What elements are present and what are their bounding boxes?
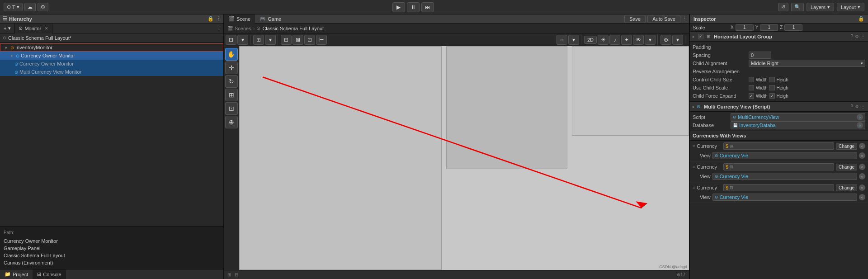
layout-dropdown[interactable]: Layout ▾ [837,3,864,11]
collab-btn[interactable]: ⚙ [38,3,48,11]
view-circle-1[interactable]: ○ [859,152,865,159]
hierarchy-item-inventory-monitor[interactable]: ▸ ⊙ InventoryMonitor [0,43,223,52]
pause-button[interactable]: ⏸ [407,2,420,12]
view-field-2[interactable]: ⊙ Currency Vie [712,173,857,180]
render-dropdown-btn[interactable]: ▾ [645,35,656,45]
transform-tool[interactable]: ⊕ [225,116,238,128]
use-height-cb[interactable] [769,85,775,90]
auto-save-button[interactable]: Auto Save [647,15,680,23]
currency-circle-1[interactable]: ○ [859,143,865,149]
scene-save-btn[interactable]: Save [624,15,646,23]
monitor-tab[interactable]: ⊙ Monitor ✕ [15,24,52,33]
control-height-cb[interactable] [769,77,775,82]
hand-tool[interactable]: ✋ [225,48,238,61]
scale-tool[interactable]: ⊞ [225,89,238,101]
hlg-more-icon[interactable]: ⋮ [861,34,865,39]
move-tool[interactable]: ✛ [225,61,238,74]
search-btn[interactable]: 🔍 [791,3,804,11]
select-dropdown-btn[interactable]: ▾ [237,35,248,45]
hidden-btn[interactable]: 👁 [633,35,644,45]
cloud-btn[interactable]: ☁ [24,3,36,11]
audio-btn[interactable]: ♪ [609,35,620,45]
layers-dropdown[interactable]: Layers ▾ [807,3,834,11]
script-settings-icon[interactable]: ⚙ [855,104,859,109]
change-btn-3[interactable]: Change [836,184,857,191]
drag-handle-2[interactable]: ≡ [693,165,695,169]
scene-tab[interactable]: 🎬 Scene [224,14,255,24]
currency-field-3[interactable]: $ ⊟ [723,184,834,191]
game-tab[interactable]: 🎮 Game [255,14,286,24]
currency-circle-3[interactable]: ○ [859,184,865,191]
save-button[interactable]: Save [624,15,646,23]
hierarchy-lock-icon[interactable]: 🔒 [208,16,214,22]
rect-tool[interactable]: ⊡ [225,102,238,115]
drag-handle-3[interactable]: ≡ [693,185,695,190]
expand-arrow: ▸ [4,45,9,50]
grid-btn[interactable]: ⊟ [281,35,292,45]
2d-button[interactable]: 2D [584,36,597,44]
currency-field-2[interactable]: $ ⊞ [723,163,834,170]
currency-field-1[interactable]: $ ⊞ [723,142,834,150]
view-dropdown-btn[interactable]: ▾ [568,35,579,45]
scale-z-input[interactable] [784,24,802,31]
step-button[interactable]: ⏭ [421,2,434,12]
hierarchy-more-btn[interactable]: ⋮ [217,25,222,31]
script-more-icon[interactable]: ⋮ [861,104,865,109]
project-tab[interactable]: 📁 Project [0,270,33,279]
grid4-btn[interactable]: ⊢ [316,35,327,45]
bottom-bar-icon2[interactable]: ⊟ [235,272,238,277]
overlay-dropdown-btn[interactable]: ▾ [672,35,683,45]
orbit-btn[interactable]: ○ [557,35,567,45]
scale-x-input[interactable] [736,24,754,31]
change-btn-1[interactable]: Change [836,143,857,150]
scene-viewport[interactable]: CSDN @adcgd [239,46,689,270]
inspector-lock-icon[interactable]: 🔒 [858,16,864,22]
bottom-bar-icon1[interactable]: ⊞ [227,272,231,277]
console-tab[interactable]: ⊞ Console [33,270,66,279]
undo-btn[interactable]: ↺ [778,3,788,11]
select-tool-btn[interactable]: ⊡ [226,35,236,45]
child-alignment-dropdown[interactable]: Middle Right ▾ [749,60,865,67]
overlay-btn[interactable]: ⊕ [660,35,671,45]
db-select-btn[interactable]: ○ [857,122,863,128]
spacing-input[interactable] [749,52,771,59]
control-width-cb[interactable] [749,77,754,82]
script-row: Script ⊙ MultiCurrencyView ○ [693,113,865,121]
hierarchy-item-multi-currency-view[interactable]: ⊙ Multi Currency View Monitor [0,68,223,76]
monitor-close-icon[interactable]: ✕ [45,26,48,31]
grid2-btn[interactable]: ⊠ [292,35,303,45]
currency-circle-2[interactable]: ○ [859,164,865,170]
hlg-checkbox[interactable] [698,34,703,39]
effects-btn[interactable]: ✦ [621,35,632,45]
script-component-header[interactable]: ▸ ⊙ Multi Currency View (Script) ? ⚙ ⋮ [690,102,868,112]
horizontal-layout-header[interactable]: ▸ ⊞ Horizontal Layout Group ? ⚙ ⋮ [690,32,868,42]
view-field-3[interactable]: ⊙ Currency Vie [712,194,857,201]
view-field-1[interactable]: ⊙ Currency Vie [712,152,857,159]
hierarchy-item-currency-owner-selected[interactable]: ▸ ⊙ Currency Owner Monitor [0,52,223,60]
scene-autosave-btn[interactable]: Auto Save [647,15,680,23]
force-height-cb[interactable] [769,93,775,99]
script-select-btn[interactable]: ○ [857,114,863,120]
play-button[interactable]: ▶ [392,2,405,12]
scale-y-input[interactable] [760,24,778,31]
view-circle-2[interactable]: ○ [859,173,865,180]
hlg-help-icon[interactable]: ? [850,34,853,39]
rotate-tool[interactable]: ↻ [225,75,238,88]
drag-handle-1[interactable]: ≡ [693,144,695,148]
hlg-settings-icon[interactable]: ⚙ [855,34,859,39]
grid3-btn[interactable]: ⊡ [304,35,315,45]
light-btn[interactable]: ☀ [598,35,609,45]
gizmo-btn[interactable]: ⊞ [253,35,264,45]
add-btn[interactable]: + ▾ [0,24,15,33]
script-help-icon[interactable]: ? [850,104,853,109]
gizmo-dropdown-btn[interactable]: ▾ [265,35,276,45]
hierarchy-item-currency-owner-child[interactable]: ⊙ Currency Owner Monitor [0,60,223,68]
scene-more-icon[interactable]: ⋮ [682,16,687,22]
view-circle-3[interactable]: ○ [859,194,865,200]
change-btn-2[interactable]: Change [836,164,857,170]
hierarchy-more-icon[interactable]: ⋮ [216,16,221,22]
unity-menu-btn[interactable]: ⊙ T ▾ [4,3,23,11]
view-label-3: View [693,194,711,200]
use-width-cb[interactable] [749,85,754,90]
force-width-cb[interactable] [749,93,754,99]
